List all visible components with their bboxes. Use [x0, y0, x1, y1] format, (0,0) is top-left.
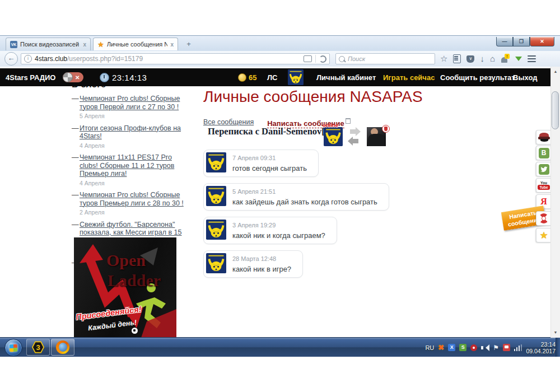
taskbar-app3-button[interactable]: 3 [26, 339, 50, 356]
divider [315, 55, 316, 63]
tray-red-dot-icon[interactable] [470, 344, 477, 351]
message-text: как зайдешь дай знать когда готов сыграт… [232, 198, 377, 206]
online-badge: online [323, 122, 338, 128]
pocket-icon[interactable]: ∨ [466, 55, 474, 63]
clock-date: 09.04.2017 [526, 348, 556, 354]
url-host: 4stars.club [35, 55, 67, 63]
nav-link-logout[interactable]: Выход [513, 68, 537, 86]
user-team-crest[interactable] [288, 69, 304, 85]
action-center-flag-icon[interactable]: ⚑ [493, 344, 499, 352]
message-text: какой ник в игре? [232, 265, 291, 273]
tab-messages[interactable]: ★ Личные сообщения NAS... x [93, 38, 178, 50]
message-bubble: 5 Апреля 21:51 как зайдешь дай знать ког… [203, 183, 389, 211]
new-tab-button[interactable]: + [183, 40, 195, 49]
tray-red-app-icon[interactable] [503, 344, 510, 351]
admin-cap-button[interactable] [536, 130, 551, 144]
downloads-icon[interactable]: ↓ [480, 54, 484, 63]
own-avatar-crest[interactable] [324, 127, 343, 146]
reader-mode-icon[interactable] [304, 55, 312, 62]
address-bar[interactable]: i 4stars.club /userposts.php?id=15179 [21, 53, 330, 64]
message-bubble: 28 Марта 12:48 какой ник в игре? [203, 250, 303, 278]
home-icon[interactable]: ⌂ [490, 54, 495, 63]
external-link-icon [346, 118, 351, 124]
bookmarks-menu-icon[interactable] [453, 54, 461, 63]
page-title: Личные сообщения NASAPAS [203, 88, 423, 106]
nav-link-messages[interactable]: ЛС [267, 68, 278, 86]
scrollbar-thumb[interactable] [552, 91, 559, 129]
search-icon [339, 56, 345, 62]
vk-icon: В [539, 148, 549, 158]
scroll-down-arrow-icon[interactable]: ▼ [551, 328, 560, 337]
show-desktop-button[interactable] [556, 337, 560, 357]
favorites-button[interactable]: ★ [536, 228, 551, 242]
youtube-social-button[interactable]: You Tube [536, 178, 551, 193]
nav-link-report-result[interactable]: Сообщить результат [440, 68, 515, 86]
radio-player[interactable]: ✕ [63, 68, 83, 86]
officer-cap-icon [538, 133, 550, 142]
close-button[interactable]: ✕ [530, 37, 554, 46]
menu-icon[interactable] [528, 55, 536, 63]
language-indicator[interactable]: RU [425, 344, 434, 351]
vk-social-button[interactable]: В [536, 146, 551, 160]
notifications-icon[interactable]: ! [501, 55, 510, 63]
all-messages-link[interactable]: Все сообщения [203, 118, 254, 126]
blog-post-item: Чемпионат Pro clubs! Сборные туров Премь… [72, 191, 188, 217]
arrow-right-icon [350, 129, 356, 134]
network-signal-icon[interactable] [514, 344, 522, 351]
blog-post-date: 5 Апреля [80, 112, 188, 120]
scroll-up-arrow-icon[interactable]: ▲ [551, 67, 560, 76]
yandex-icon: Я [540, 197, 547, 207]
blog-post-item: Итоги сезона Профи-клубов на 4Stars! 4 А… [72, 124, 188, 150]
bookmark-star-icon[interactable]: ☆ [440, 54, 447, 63]
open-ladder-banner[interactable]: Open Ladder Присоеденяйся! Каждый день! [74, 237, 176, 338]
reload-icon[interactable] [319, 55, 326, 63]
message-date: 7 Апреля 09:31 [232, 155, 307, 161]
tray-burst-icon[interactable]: ✖ [438, 343, 444, 352]
nav-link-play-now[interactable]: Играть сейчас [383, 68, 435, 86]
taskbar-firefox-button[interactable] [51, 339, 74, 356]
page-scrollbar[interactable]: ▲ ▼ [550, 67, 560, 338]
tab-title: Личные сообщения NAS... [107, 41, 168, 48]
back-button[interactable]: ← [4, 52, 18, 66]
blog-post-link[interactable]: Чемпионат Pro clubs! Сборные туров Премь… [80, 191, 184, 207]
tray-blue-x-icon[interactable]: X [448, 344, 455, 351]
minimize-button[interactable]: — [496, 37, 513, 46]
notification-badge: ! [505, 54, 510, 59]
windows-taskbar: 3 RU ✖ X S ⚑ 23:14 09.04.2017 [0, 337, 560, 357]
youtube-icon: You [540, 181, 547, 185]
lifebuoy-icon [539, 213, 549, 223]
radio-close-icon[interactable]: ✕ [75, 74, 80, 81]
blog-post-link[interactable]: Чемпионат 11х11 PES17 Pro clubs! Сборные… [80, 153, 174, 178]
tab-close-icon[interactable]: x [83, 41, 86, 48]
site-navbar: 4Stars РАДИО ✕ 23:14:13 65 ЛС Личный каб… [0, 68, 551, 86]
conversation-title: Переписка с Danil-Semenov[vk] [208, 126, 338, 137]
support-button[interactable] [536, 211, 551, 226]
clock-icon [100, 68, 109, 86]
browser-window: VK Поиск видеозаписей по з... x ★ Личные… [0, 35, 560, 338]
message-avatar-crest [206, 253, 226, 273]
volume-icon[interactable] [481, 344, 489, 351]
taskbar-clock[interactable]: 23:14 09.04.2017 [526, 341, 556, 354]
radio-disc-icon[interactable] [63, 72, 73, 82]
tab-vk-search[interactable]: VK Поиск видеозаписей по з... x [6, 38, 91, 50]
twitter-social-button[interactable] [536, 162, 551, 176]
screenshot-root: VK Поиск видеозаписей по з... x ★ Личные… [0, 0, 560, 392]
firefox-icon [56, 340, 69, 354]
search-input[interactable]: Поиск [335, 53, 435, 64]
blog-post-link[interactable]: Чемпионат Pro clubs! Сборные туров Перво… [80, 95, 180, 111]
start-button[interactable] [4, 339, 22, 357]
vk-favicon-icon: VK [10, 41, 17, 48]
clock-time: 23:14 [526, 341, 556, 348]
nav-link-cabinet[interactable]: Личный кабинет [316, 68, 376, 86]
site-info-icon[interactable]: i [24, 55, 32, 63]
tray-green-s-icon[interactable]: S [459, 344, 466, 351]
message-avatar-crest [206, 186, 226, 206]
windows-logo-icon [10, 344, 17, 351]
message-bubble: 3 Апреля 19:29 какой ник и когда сыграем… [203, 217, 337, 244]
blog-post-link[interactable]: Итоги сезона Профи-клубов на 4Stars! [80, 124, 181, 141]
restore-button[interactable]: ❐ [513, 37, 530, 46]
download-helper-icon[interactable] [515, 57, 522, 64]
blog-post-date: 4 Апреля [80, 179, 188, 188]
message-avatar-crest [206, 152, 226, 172]
tab-close-icon[interactable]: x [170, 41, 174, 48]
